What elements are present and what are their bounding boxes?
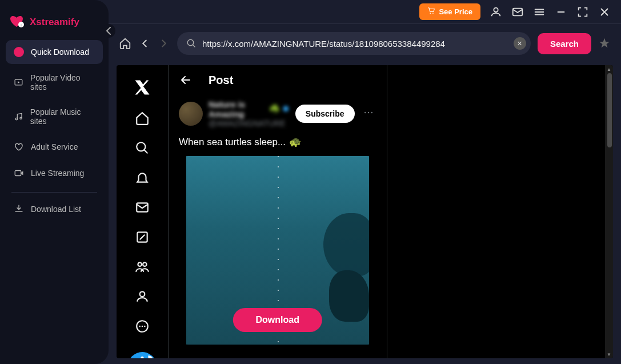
post-text: When sea turtles sleep... 🐢 bbox=[179, 136, 376, 148]
sidebar-item-label: Popular Music sites bbox=[30, 107, 95, 126]
scroll-down-icon[interactable]: ▼ bbox=[605, 350, 613, 358]
home-icon[interactable] bbox=[119, 37, 131, 50]
sidebar-item-label: Download List bbox=[31, 205, 81, 214]
main-area: See Price ✕ Search bbox=[109, 0, 621, 364]
url-box: ✕ bbox=[177, 32, 531, 55]
scroll-thumb[interactable] bbox=[607, 73, 612, 147]
see-price-label: See Price bbox=[439, 7, 472, 16]
sidebar: ↓ Xstreamify Quick Download Popular Vide… bbox=[0, 0, 109, 364]
x-messages-icon[interactable] bbox=[135, 200, 150, 215]
x-post-header: Post bbox=[169, 65, 387, 95]
display-name[interactable]: Nature is Amazing ☘️ bbox=[209, 99, 290, 119]
sidebar-item-label: Live Streaming bbox=[31, 169, 84, 178]
bookmark-star-icon[interactable] bbox=[598, 37, 611, 50]
x-notifications-icon[interactable] bbox=[135, 170, 150, 185]
browser-viewport: Post Nature is Amazing ☘️ @AMAZINGNATURE… bbox=[117, 65, 613, 358]
brand: ↓ Xstreamify bbox=[6, 9, 103, 40]
svg-point-13 bbox=[143, 262, 147, 266]
active-dot-icon bbox=[14, 47, 24, 57]
verified-badge-icon bbox=[282, 105, 290, 114]
sidebar-item-adult-service[interactable]: Adult Service bbox=[6, 135, 103, 159]
svg-point-12 bbox=[138, 262, 142, 266]
sidebar-item-quick-download[interactable]: Quick Download bbox=[6, 40, 103, 64]
hamburger-menu-icon[interactable] bbox=[533, 6, 546, 18]
x-compose-button[interactable] bbox=[128, 352, 157, 358]
search-button[interactable]: Search bbox=[538, 33, 591, 54]
viewport-scrollbar[interactable]: ▲ ▼ bbox=[605, 65, 613, 358]
svg-point-21 bbox=[371, 112, 372, 114]
sidebar-item-download-list[interactable]: Download List bbox=[6, 197, 103, 221]
clear-url-button[interactable]: ✕ bbox=[514, 37, 526, 50]
back-icon[interactable] bbox=[138, 37, 151, 50]
turtle-emoji: 🐢 bbox=[289, 136, 301, 148]
see-price-button[interactable]: See Price bbox=[419, 3, 480, 20]
sidebar-item-live-streaming[interactable]: Live Streaming bbox=[6, 161, 103, 185]
sidebar-item-label: Quick Download bbox=[31, 47, 89, 57]
post: Nature is Amazing ☘️ @AMAZINGNATURE Subs… bbox=[169, 95, 387, 349]
brand-logo-icon: ↓ bbox=[10, 16, 25, 29]
close-icon[interactable] bbox=[598, 6, 611, 18]
svg-point-1 bbox=[15, 118, 17, 119]
subscribe-button[interactable]: Subscribe bbox=[295, 105, 355, 123]
sidebar-item-popular-video[interactable]: Popular Video sites bbox=[6, 66, 103, 98]
account-icon[interactable] bbox=[490, 6, 502, 18]
music-sites-icon bbox=[14, 111, 23, 122]
forward-icon[interactable] bbox=[158, 37, 170, 50]
maximize-icon[interactable] bbox=[576, 6, 589, 18]
svg-point-20 bbox=[367, 112, 369, 114]
svg-point-18 bbox=[144, 326, 146, 327]
x-back-button[interactable] bbox=[179, 73, 193, 87]
user-names: Nature is Amazing ☘️ @AMAZINGNATURE bbox=[209, 99, 290, 128]
download-list-icon bbox=[14, 204, 24, 214]
video-sites-icon bbox=[14, 77, 23, 87]
scroll-up-icon[interactable]: ▲ bbox=[605, 65, 613, 73]
avatar[interactable] bbox=[179, 102, 203, 126]
titlebar: See Price bbox=[109, 0, 621, 24]
cart-icon bbox=[427, 7, 435, 17]
svg-point-16 bbox=[139, 326, 141, 327]
mail-icon[interactable] bbox=[511, 6, 524, 18]
live-icon bbox=[14, 168, 24, 178]
x-logo-icon[interactable] bbox=[134, 79, 151, 96]
post-head: Nature is Amazing ☘️ @AMAZINGNATURE Subs… bbox=[179, 99, 376, 128]
svg-point-5 bbox=[432, 13, 434, 14]
svg-point-6 bbox=[494, 7, 498, 11]
sidebar-divider bbox=[11, 192, 97, 193]
x-header-title: Post bbox=[209, 74, 233, 87]
sidebar-item-popular-music[interactable]: Popular Music sites bbox=[6, 101, 103, 133]
minimize-icon[interactable] bbox=[555, 6, 567, 18]
svg-point-19 bbox=[364, 112, 366, 114]
url-input[interactable] bbox=[202, 39, 508, 49]
download-button[interactable]: Download bbox=[233, 308, 322, 332]
post-media[interactable]: Download bbox=[179, 156, 376, 345]
urlbar-row: ✕ Search bbox=[109, 24, 621, 63]
svg-point-2 bbox=[20, 117, 22, 119]
sidebar-item-label: Adult Service bbox=[31, 142, 78, 151]
search-icon bbox=[186, 38, 197, 49]
x-communities-icon[interactable] bbox=[135, 259, 150, 274]
x-more-icon[interactable] bbox=[135, 319, 150, 334]
x-nav bbox=[117, 65, 168, 358]
sidebar-collapse-button[interactable] bbox=[102, 24, 115, 38]
svg-point-4 bbox=[430, 13, 431, 14]
svg-point-14 bbox=[140, 291, 145, 297]
brand-name: Xstreamify bbox=[30, 17, 79, 28]
svg-point-17 bbox=[142, 326, 143, 327]
post-more-icon[interactable] bbox=[360, 105, 376, 123]
user-handle[interactable]: @AMAZINGNATURE bbox=[209, 119, 290, 128]
heart-icon bbox=[14, 142, 24, 152]
x-profile-icon[interactable] bbox=[135, 289, 150, 304]
x-grok-icon[interactable] bbox=[135, 230, 150, 245]
svg-rect-3 bbox=[15, 171, 21, 176]
x-main-column: Post Nature is Amazing ☘️ @AMAZINGNATURE… bbox=[168, 65, 387, 358]
x-home-icon[interactable] bbox=[135, 111, 150, 126]
x-right-column bbox=[387, 65, 606, 358]
sidebar-item-label: Popular Video sites bbox=[30, 73, 95, 91]
x-search-icon[interactable] bbox=[135, 141, 150, 155]
clover-emoji: ☘️ bbox=[269, 104, 280, 114]
